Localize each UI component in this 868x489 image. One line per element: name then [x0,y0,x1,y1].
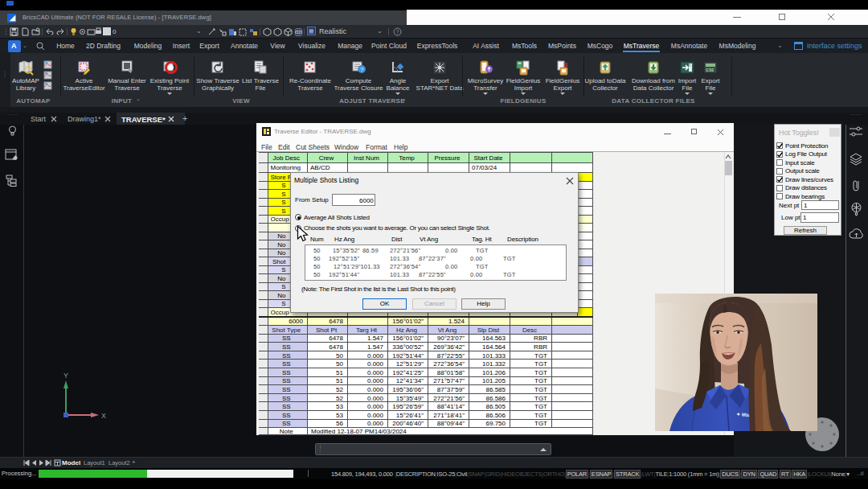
svg-text:X: X [101,412,106,420]
svg-text:?: ? [396,29,399,35]
svg-text:?: ? [360,66,364,73]
svg-text:Y: Y [63,372,68,380]
svg-text:GSE: GSE [706,68,714,72]
